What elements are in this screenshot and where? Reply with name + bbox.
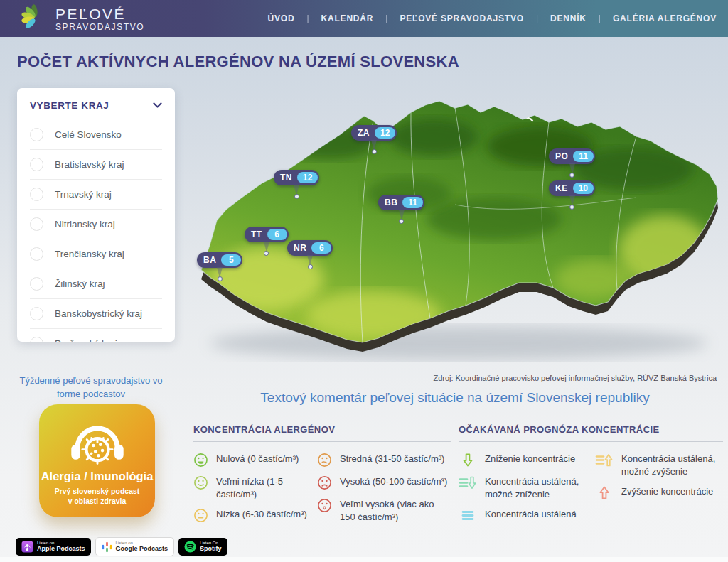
legend-item-nulova: Nulová (0 častíc/m³) bbox=[193, 453, 307, 468]
radio-icon[interactable] bbox=[30, 307, 43, 320]
legend-item-velmi-nizka: Veľmi nízka (1-5 častíc/m³) bbox=[193, 475, 307, 500]
marker-region-code: TN bbox=[275, 173, 297, 183]
pollen-flower-icon bbox=[21, 4, 50, 33]
legend-item-vysoka: Vysoká (50-100 častíc/m³) bbox=[317, 475, 451, 490]
site-logo-text: PEĽOVÉ SPRAVODAJSTVO bbox=[55, 6, 144, 31]
marker-region-code: ZA bbox=[353, 128, 375, 138]
podcast-title: Alergia / Imunológia bbox=[41, 470, 154, 483]
legend-item-zvysenie: Zvýšenie koncentrácie bbox=[595, 485, 723, 500]
map-marker-NR[interactable]: NR6 bbox=[287, 240, 333, 269]
spotify-icon bbox=[184, 541, 196, 553]
nav-separator: | bbox=[306, 13, 309, 23]
region-option-nitriansky[interactable]: Nitriansky kraj bbox=[30, 209, 162, 239]
legend-item-ustalena: Koncentrácia ustálená bbox=[459, 508, 585, 523]
google-podcasts-badge[interactable]: Listen on Google Podcasts bbox=[95, 537, 175, 556]
legend-item-nizka: Nízka (6-30 častíc/m³) bbox=[193, 508, 307, 523]
legend-item-znizenie: Zníženie koncentrácie bbox=[459, 453, 585, 468]
page: PEĽOVÉ SPRAVODAJSTVO ÚVOD | KALENDÁR | P… bbox=[0, 0, 728, 562]
map-marker-TT[interactable]: TT6 bbox=[245, 227, 289, 256]
region-option-bratislavsky[interactable]: Bratislavský kraj bbox=[30, 149, 162, 179]
map-marker-ZA[interactable]: ZA12 bbox=[351, 125, 397, 154]
podcast-subtitle: Prvý slovenský podcast v oblasti zdravia bbox=[55, 486, 140, 506]
google-podcasts-icon bbox=[102, 541, 112, 553]
marker-region-code: NR bbox=[289, 243, 311, 253]
radio-icon[interactable] bbox=[30, 188, 43, 201]
radio-icon[interactable] bbox=[30, 217, 43, 231]
marker-pin-dot bbox=[399, 219, 404, 224]
radio-icon[interactable] bbox=[30, 128, 43, 141]
nav-item-galeria-alergenov[interactable]: GALÉRIA ALERGÉNOV bbox=[613, 13, 717, 23]
legend-item-ustalena-mozne-zvysenie: Koncentrácia ustálená, možné zvýšenie bbox=[595, 453, 723, 477]
chevron-down-icon[interactable] bbox=[153, 102, 162, 109]
nav-item-dennik[interactable]: DENNÍK bbox=[550, 13, 587, 23]
legend-item-velmi-vysoka: Veľmi vysoká (viac ako 150 častíc/m³) bbox=[317, 498, 451, 523]
legend-concentration: KONCENTRÁCIA ALERGÉNOV Nulová (0 častíc/… bbox=[193, 424, 451, 523]
podcast-intro-text: Týždenné peľové spravodajstvo vo forme p… bbox=[10, 374, 172, 401]
radio-icon[interactable] bbox=[30, 337, 43, 342]
marker-allergen-count: 12 bbox=[375, 127, 395, 139]
legend-forecast-title: OČAKÁVANÁ PROGNÓZA KONCENTRÁCIE bbox=[459, 424, 723, 442]
radio-icon[interactable] bbox=[30, 158, 43, 171]
radio-icon[interactable] bbox=[30, 277, 43, 291]
smiley-smile-icon bbox=[193, 475, 208, 490]
site-logo[interactable]: PEĽOVÉ SPRAVODAJSTVO bbox=[21, 4, 144, 33]
map-marker-BB[interactable]: BB11 bbox=[378, 195, 424, 224]
map-marker-TN[interactable]: TN12 bbox=[274, 170, 319, 199]
logo-line1: PEĽOVÉ bbox=[55, 6, 144, 21]
arrow-up-icon bbox=[595, 485, 614, 500]
headphones-pollen-icon bbox=[63, 413, 132, 468]
arrow-down-icon bbox=[459, 453, 477, 468]
marker-pin-dot bbox=[294, 194, 299, 199]
marker-allergen-count: 10 bbox=[573, 183, 594, 194]
marker-region-code: BB bbox=[380, 198, 402, 207]
page-title: POČET AKTÍVNYCH ALERGÉNOV NA ÚZEMÍ SLOVE… bbox=[17, 53, 459, 71]
smiley-neutral-icon bbox=[193, 508, 208, 523]
bars-arrow-up-icon bbox=[595, 453, 614, 468]
marker-allergen-count: 11 bbox=[573, 151, 594, 162]
region-option-zilinsky[interactable]: Žilinský kraj bbox=[30, 269, 162, 298]
marker-region-code: BA bbox=[198, 255, 221, 265]
region-option-cele-slovensko[interactable]: Celé Slovensko bbox=[30, 120, 162, 149]
region-selector-title: VYBERTE KRAJ bbox=[30, 100, 109, 111]
marker-pin-dot bbox=[569, 173, 574, 178]
legend-concentration-title: KONCENTRÁCIA ALERGÉNOV bbox=[193, 424, 451, 442]
nav-item-kalendar[interactable]: KALENDÁR bbox=[321, 13, 374, 23]
podcast-badges: Listen on Apple Podcasts Listen on Googl… bbox=[16, 537, 228, 556]
smiley-shock-icon bbox=[317, 498, 332, 513]
marker-allergen-count: 11 bbox=[402, 197, 423, 208]
comment-heading: Textový komentár peľovej situácie na úze… bbox=[192, 390, 718, 406]
podcast-card[interactable]: Alergia / Imunológia Prvý slovenský podc… bbox=[39, 404, 155, 517]
region-selector-header[interactable]: VYBERTE KRAJ bbox=[17, 88, 175, 120]
nav-separator: | bbox=[536, 13, 538, 23]
marker-pin-dot bbox=[372, 149, 377, 154]
marker-region-code: KE bbox=[550, 183, 573, 193]
logo-line2: SPRAVODAJSTVO bbox=[55, 23, 144, 31]
region-option-banskobystricky[interactable]: Banskobystrický kraj bbox=[30, 298, 162, 328]
marker-pin-dot bbox=[264, 251, 269, 256]
main-nav: ÚVOD | KALENDÁR | PEĽOVÉ SPRAVODAJSTVO |… bbox=[268, 13, 717, 23]
marker-allergen-count: 12 bbox=[297, 172, 318, 183]
legend-forecast: OČAKÁVANÁ PROGNÓZA KONCENTRÁCIE Zníženie… bbox=[459, 424, 723, 523]
top-navbar: PEĽOVÉ SPRAVODAJSTVO ÚVOD | KALENDÁR | P… bbox=[0, 0, 728, 37]
legend-item-ustalena-mozne-znizenie: Koncentrácia ustálená, možné zníženie bbox=[459, 475, 585, 500]
nav-item-pelove-spravodajstvo[interactable]: PEĽOVÉ SPRAVODAJSTVO bbox=[400, 13, 523, 23]
smiley-grin-icon bbox=[193, 453, 208, 468]
marker-pin-dot bbox=[569, 205, 574, 210]
map-marker-PO[interactable]: PO11 bbox=[549, 148, 595, 178]
map-marker-BA[interactable]: BA5 bbox=[197, 252, 242, 281]
map-marker-KE[interactable]: KE10 bbox=[549, 180, 595, 210]
region-option-trnavsky[interactable]: Trnavský kraj bbox=[30, 179, 162, 209]
region-option-trenciansky[interactable]: Trenčiansky kraj bbox=[30, 239, 162, 269]
footer-strip bbox=[0, 557, 728, 562]
marker-region-code: PO bbox=[550, 151, 573, 161]
legend-item-stredna: Stredná (31-50 častíc/m³) bbox=[317, 453, 451, 468]
nav-separator: | bbox=[385, 13, 387, 23]
region-selector-panel: VYBERTE KRAJ Celé Slovensko Bratislavský… bbox=[17, 88, 175, 342]
radio-icon[interactable] bbox=[30, 247, 43, 261]
nav-item-uvod[interactable]: ÚVOD bbox=[268, 13, 295, 23]
smiley-wry-icon bbox=[317, 453, 332, 468]
spotify-badge[interactable]: Listen On Spotify bbox=[178, 538, 228, 556]
marker-allergen-count: 5 bbox=[221, 254, 241, 266]
region-option-presovsky[interactable]: Prešovský kraj bbox=[30, 328, 162, 342]
apple-podcasts-badge[interactable]: Listen on Apple Podcasts bbox=[16, 538, 91, 556]
